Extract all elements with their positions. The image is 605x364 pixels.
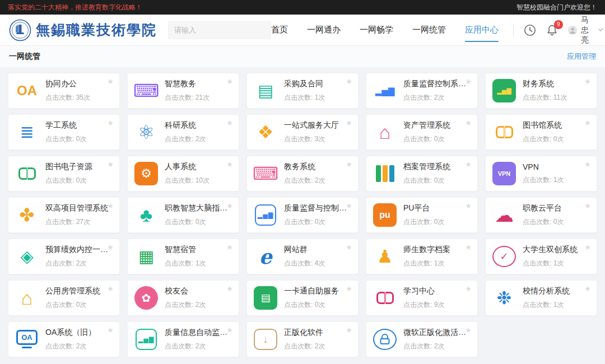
- favorite-star-icon[interactable]: ★: [346, 244, 352, 251]
- app-icon: ❉: [492, 286, 516, 310]
- favorite-star-icon[interactable]: ★: [226, 161, 233, 168]
- favorite-star-icon[interactable]: ★: [346, 326, 352, 334]
- favorite-star-icon[interactable]: ★: [226, 202, 233, 209]
- search-box[interactable]: [168, 21, 271, 39]
- app-card[interactable]: ❉ 校情分析系统 点击次数: 1次 ★: [485, 280, 597, 316]
- favorite-star-icon[interactable]: ★: [346, 161, 352, 168]
- favorite-star-icon[interactable]: ★: [226, 285, 233, 292]
- app-card[interactable]: ⌨ 智慧教务 点击次数: 21次 ★: [127, 73, 239, 109]
- app-click-count: 点击次数: 2次: [403, 342, 469, 351]
- app-card[interactable]: ✤ 双高项目管理系统 点击次数: 27次 ★: [8, 197, 120, 233]
- favorite-star-icon[interactable]: ★: [584, 285, 591, 292]
- favorite-star-icon[interactable]: ★: [107, 326, 114, 334]
- favorite-star-icon[interactable]: ★: [584, 202, 591, 209]
- app-card[interactable]: 学习中心 点击次数: 9次 ★: [366, 280, 478, 316]
- app-card[interactable]: ▂▅▇ 质量监督与控制系统 点击次数: 0次 ★: [246, 197, 359, 233]
- app-card[interactable]: ▤ 一卡通自助服务 点击次数: 0次 ★: [246, 280, 359, 316]
- favorite-star-icon[interactable]: ★: [346, 285, 352, 292]
- favorite-star-icon[interactable]: ★: [346, 78, 352, 85]
- app-click-count: 点击次数: 0次: [45, 134, 86, 144]
- app-card[interactable]: ≣ 学工系统 点击次数: 0次 ★: [8, 114, 120, 150]
- favorite-star-icon[interactable]: ★: [584, 78, 591, 85]
- app-card[interactable]: e 网站群 点击次数: 4次 ★: [246, 239, 359, 274]
- favorite-star-icon[interactable]: ★: [584, 244, 591, 251]
- app-icon: ▂▅▇: [492, 79, 516, 102]
- search-input[interactable]: [174, 26, 273, 34]
- favorite-star-icon[interactable]: ★: [226, 244, 233, 251]
- favorite-star-icon[interactable]: ★: [226, 119, 233, 127]
- app-title: 师生数字档案: [403, 245, 450, 255]
- favorite-star-icon[interactable]: ★: [465, 78, 472, 85]
- app-icon: ↓: [254, 329, 277, 350]
- app-card[interactable]: ⌂ 公用房管理系统 点击次数: 0次 ★: [8, 280, 120, 316]
- nav-item[interactable]: 一网通办: [307, 21, 341, 39]
- favorite-star-icon[interactable]: ★: [107, 285, 114, 292]
- app-card[interactable]: ▂▅▇ 质量监督控制系统... 点击次数: 2次 ★: [366, 73, 478, 109]
- app-card[interactable]: OA OA系统（旧） 点击次数: 2次 ★: [8, 321, 120, 357]
- school-name: 無錫職業技術學院: [36, 21, 157, 39]
- favorite-star-icon[interactable]: ★: [107, 119, 114, 127]
- favorite-star-icon[interactable]: ★: [465, 326, 472, 334]
- app-click-count: 点击次数: 1次: [284, 93, 325, 102]
- app-card[interactable]: ◈ 预算绩效内控一体化... 点击次数: 2次 ★: [8, 239, 120, 274]
- nav-item[interactable]: 一网畅学: [360, 21, 393, 39]
- favorite-star-icon[interactable]: ★: [226, 78, 233, 85]
- favorite-star-icon[interactable]: ★: [107, 78, 114, 85]
- app-click-count: 点击次数: 0次: [284, 300, 339, 310]
- favorite-star-icon[interactable]: ★: [465, 119, 472, 127]
- favorite-star-icon[interactable]: ★: [465, 202, 472, 209]
- user-menu[interactable]: 马忠亮: [568, 15, 602, 45]
- app-card[interactable]: pu PU平台 点击次数: 0次 ★: [366, 197, 478, 233]
- app-card[interactable]: ⚛ 科研系统 点击次数: 2次 ★: [127, 114, 239, 150]
- favorite-star-icon[interactable]: ★: [584, 161, 591, 168]
- app-title: 学工系统: [45, 120, 86, 130]
- app-card[interactable]: ▂▅▇ 财务系统 点击次数: 11次 ★: [485, 73, 597, 109]
- app-card[interactable]: ⌨ 教务系统 点击次数: 2次 ★: [246, 156, 359, 192]
- app-card[interactable]: ♟ 师生数字档案 点击次数: 1次 ★: [366, 239, 478, 274]
- app-card[interactable]: ✓ 大学生双创系统 点击次数: 1次 ★: [485, 239, 597, 274]
- app-card[interactable]: ▂▅▇ 质量信息自动监测平台 点击次数: 2次 ★: [127, 321, 239, 357]
- favorite-star-icon[interactable]: ★: [465, 285, 472, 292]
- favorite-star-icon[interactable]: ★: [465, 244, 472, 251]
- app-manage-link[interactable]: 应用管理: [567, 52, 596, 62]
- app-click-count: 点击次数: 1次: [523, 175, 564, 185]
- app-card[interactable]: ▦ 智慧宿管 点击次数: 1次 ★: [127, 239, 239, 274]
- app-card[interactable]: VPN VPN 点击次数: 1次 ★: [485, 156, 597, 192]
- app-icon: ♣: [134, 203, 158, 227]
- notifications-bell-icon[interactable]: 9: [546, 24, 558, 36]
- app-card[interactable]: ⌂ 资产管理系统 点击次数: 0次 ★: [366, 114, 478, 150]
- school-logo[interactable]: 無錫職業技術學院: [9, 19, 157, 41]
- app-card[interactable]: ✿ 校友会 点击次数: 2次 ★: [127, 280, 239, 316]
- app-icon: e: [254, 245, 277, 268]
- favorite-star-icon[interactable]: ★: [107, 161, 114, 168]
- favorite-star-icon[interactable]: ★: [107, 244, 114, 251]
- app-click-count: 点击次数: 2次: [165, 134, 206, 144]
- app-card[interactable]: ☁ 职教云平台 点击次数: 0次 ★: [485, 197, 597, 233]
- app-title: 图书馆系统: [523, 120, 564, 130]
- app-card[interactable]: ♣ 职教智慧大脑指标填... 点击次数: 0次 ★: [127, 197, 239, 233]
- favorite-star-icon[interactable]: ★: [346, 202, 352, 209]
- app-icon: ▂▅▇: [254, 203, 277, 227]
- app-card[interactable]: 图书电子资源 点击次数: 0次 ★: [8, 156, 120, 192]
- favorite-star-icon[interactable]: ★: [107, 202, 114, 209]
- app-card[interactable]: ⚙ 人事系统 点击次数: 10次 ★: [127, 156, 239, 192]
- app-card[interactable]: ↓ 正版化软件 点击次数: 2次 ★: [246, 321, 359, 357]
- app-card[interactable]: 图书馆系统 点击次数: 0次 ★: [485, 114, 597, 150]
- app-title: 财务系统: [523, 79, 567, 89]
- nav-item[interactable]: 首页: [271, 21, 288, 39]
- favorite-star-icon[interactable]: ★: [584, 119, 591, 127]
- app-card[interactable]: ❖ 一站式服务大厅 点击次数: 3次 ★: [246, 114, 359, 150]
- app-title: 科研系统: [165, 120, 206, 130]
- app-card[interactable]: OA 协同办公 点击次数: 35次 ★: [8, 73, 120, 109]
- favorite-star-icon[interactable]: ★: [465, 161, 472, 168]
- notification-badge: 9: [554, 20, 563, 29]
- nav-item[interactable]: 一网统管: [412, 21, 446, 39]
- nav-item[interactable]: 应用中心: [465, 21, 499, 39]
- history-clock-icon[interactable]: [524, 24, 536, 36]
- app-card[interactable]: ▤ 采购及合同 点击次数: 1次 ★: [246, 73, 359, 109]
- favorite-star-icon[interactable]: ★: [226, 326, 233, 334]
- app-card[interactable]: 微软正版化激活工具 点击次数: 2次 ★: [366, 321, 478, 357]
- app-icon: OA: [15, 79, 39, 102]
- favorite-star-icon[interactable]: ★: [346, 119, 352, 127]
- app-card[interactable]: 档案管理系统 点击次数: 0次 ★: [366, 156, 478, 192]
